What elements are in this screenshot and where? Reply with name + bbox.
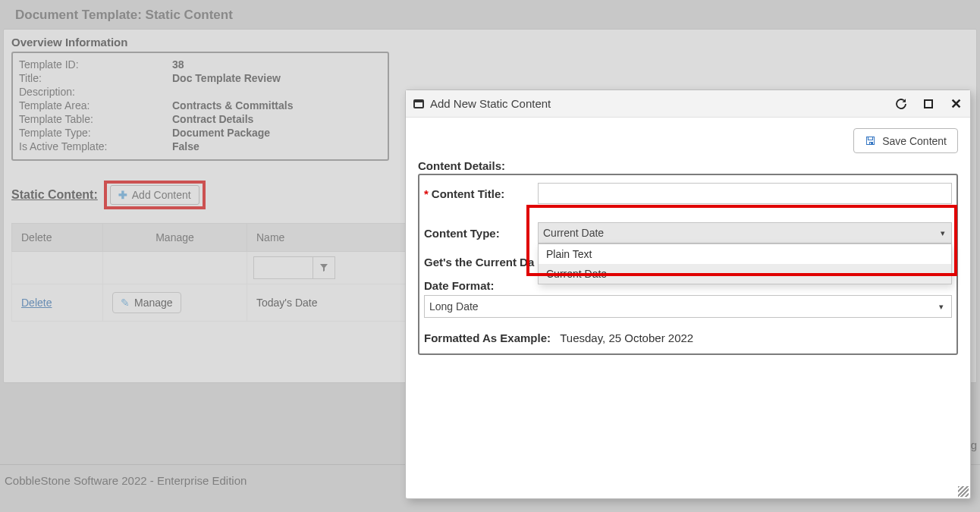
- content-type-label: Content Type:: [424, 227, 538, 240]
- close-icon: ✕: [950, 97, 962, 111]
- content-title-label: *Content Title:: [424, 187, 538, 200]
- content-type-select[interactable]: Current Date: [538, 222, 952, 243]
- save-icon: 🖫: [865, 134, 876, 147]
- save-content-label: Save Content: [882, 135, 947, 147]
- dropdown-option-plain-text[interactable]: Plain Text: [539, 244, 951, 264]
- content-details-box: *Content Title: Content Type: Current Da…: [418, 174, 958, 355]
- example-value: Tuesday, 25 October 2022: [560, 331, 693, 344]
- date-format-value: Long Date: [429, 300, 479, 313]
- date-format-select[interactable]: Long Date: [424, 295, 952, 318]
- example-label: Formatted As Example:: [424, 331, 551, 344]
- maximize-icon: [924, 99, 933, 108]
- maximize-button[interactable]: [922, 97, 935, 111]
- content-title-input[interactable]: [538, 183, 952, 204]
- content-details-heading: Content Details:: [418, 159, 958, 172]
- content-type-value: Current Date: [543, 227, 604, 239]
- resize-handle[interactable]: [958, 486, 969, 497]
- refresh-icon: [894, 97, 908, 111]
- refresh-button[interactable]: [894, 97, 908, 111]
- window-icon: [413, 99, 424, 108]
- content-type-dropdown: Plain Text Current Date: [538, 243, 952, 284]
- modal-titlebar[interactable]: Add New Static Content ✕: [406, 90, 970, 118]
- dropdown-option-current-date[interactable]: Current Date: [539, 264, 951, 284]
- close-button[interactable]: ✕: [949, 97, 963, 111]
- save-content-button[interactable]: 🖫 Save Content: [853, 128, 958, 153]
- add-static-content-modal: Add New Static Content ✕ 🖫 Save Content …: [405, 90, 971, 499]
- modal-title: Add New Static Content: [430, 97, 894, 110]
- modal-body: 🖫 Save Content Content Details: *Content…: [406, 118, 970, 498]
